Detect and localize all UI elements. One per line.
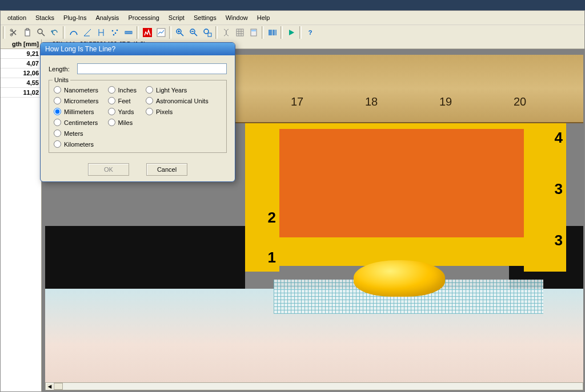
scroll-track[interactable] — [54, 383, 583, 390]
play-icon[interactable] — [285, 26, 298, 39]
help-icon[interactable]: ? — [303, 26, 316, 39]
menu-item[interactable]: Settings — [189, 12, 221, 23]
radio-nanometers[interactable]: Nanometers — [54, 86, 99, 94]
radio-yards[interactable]: Yards — [108, 108, 137, 115]
svg-rect-3 — [26, 29, 29, 30]
histogram-red-icon[interactable] — [141, 26, 154, 39]
toolbar: ? — [1, 25, 584, 41]
svg-rect-15 — [208, 33, 211, 37]
toolbar-separator — [3, 26, 5, 39]
orange-panel — [274, 129, 536, 237]
menu-item[interactable]: otation — [3, 12, 31, 23]
ruler-number: 17 — [291, 95, 303, 108]
toolbar-separator — [281, 26, 283, 39]
radio-astronomical[interactable]: Astronomical Units — [146, 97, 209, 104]
radio-inches[interactable]: Inches — [108, 86, 137, 94]
undo-icon[interactable] — [48, 26, 61, 39]
radio-pixels[interactable]: Pixels — [146, 108, 209, 115]
radio-lightyears[interactable]: Light Years — [146, 86, 209, 94]
svg-rect-10 — [143, 28, 152, 37]
yolk-droplet — [354, 260, 445, 297]
menu-item[interactable]: Processing — [123, 12, 163, 23]
grid-icon[interactable] — [233, 26, 246, 39]
ruler-number: 19 — [439, 95, 452, 108]
cancel-button[interactable]: Cancel — [146, 163, 187, 176]
scroll-thumb[interactable] — [54, 383, 63, 390]
toolbar-separator — [299, 26, 302, 39]
ruler-vertical-left: 2 1 — [245, 123, 279, 272]
menubar: otation Stacks Plug-Ins Analysis Process… — [1, 11, 584, 25]
length-label: Length: — [49, 66, 74, 72]
measurement-value: 12,06 — [1, 68, 41, 78]
svg-rect-18 — [251, 30, 256, 31]
freehand-icon[interactable] — [67, 26, 80, 39]
ruler-number: 3 — [555, 232, 563, 249]
toolbar-separator — [169, 26, 171, 39]
svg-rect-2 — [25, 30, 30, 36]
scatter-icon[interactable] — [108, 26, 121, 39]
plot-icon[interactable] — [154, 26, 167, 39]
dialog-title[interactable]: How Long Is The Line? — [41, 43, 235, 55]
scroll-left-button[interactable]: ◄ — [46, 383, 54, 390]
svg-point-6 — [114, 33, 116, 34]
dna-icon[interactable] — [219, 26, 233, 39]
ruler-number: 1 — [268, 249, 276, 266]
ruler-vertical-right: 4 3 3 — [524, 123, 566, 272]
barcode-icon[interactable] — [266, 26, 279, 39]
radio-millimeters[interactable]: Millimeters — [54, 108, 99, 115]
svg-text:?: ? — [308, 29, 312, 36]
menu-item[interactable]: Window — [221, 12, 253, 23]
measurement-value: 4,55 — [1, 78, 41, 88]
ruler-number: 4 — [555, 129, 563, 147]
calculator-icon[interactable] — [247, 26, 260, 39]
radio-miles[interactable]: Miles — [108, 119, 137, 126]
scissors-icon[interactable] — [7, 26, 20, 39]
zoom-in-icon[interactable] — [173, 26, 186, 39]
ruler-number: 2 — [268, 209, 276, 227]
toolbar-separator — [262, 26, 264, 39]
zoom-out-icon[interactable] — [187, 26, 200, 39]
radio-meters[interactable]: Meters — [54, 130, 99, 137]
measurement-value: 4,07 — [1, 59, 41, 68]
menu-item[interactable]: Analysis — [91, 12, 123, 23]
menu-item[interactable]: Help — [253, 12, 275, 23]
toolbar-separator — [215, 26, 218, 39]
angle-icon[interactable] — [81, 26, 94, 39]
svg-rect-16 — [237, 29, 243, 36]
magnifier-icon[interactable] — [34, 26, 47, 39]
measure-icon[interactable] — [122, 26, 135, 39]
horizontal-scrollbar[interactable]: ◄ — [45, 382, 583, 390]
ok-button[interactable]: OK — [88, 163, 129, 176]
menu-item[interactable]: Stacks — [31, 12, 59, 23]
measurement-value: 11,02 — [1, 88, 41, 98]
menu-item[interactable]: Script — [164, 12, 189, 23]
menu-item[interactable]: Plug-Ins — [59, 12, 91, 23]
column-header[interactable]: gth [mm] — [1, 39, 41, 49]
radio-feet[interactable]: Feet — [108, 97, 137, 104]
radio-centimeters[interactable]: Centimeters — [54, 119, 99, 126]
length-dialog: How Long Is The Line? Length: Units Nano… — [40, 42, 235, 182]
ruler-number: 3 — [555, 180, 563, 198]
radio-kilometers[interactable]: Kilometers — [54, 140, 99, 148]
measurements-panel: gth [mm] 9,21 4,07 12,06 4,55 11,02 — [1, 39, 42, 391]
length-input[interactable] — [77, 63, 227, 74]
units-fieldset: Units Nanometers Micrometers Millimeters… — [49, 80, 227, 153]
toolbar-separator — [63, 26, 65, 39]
units-legend: Units — [53, 76, 70, 83]
svg-point-4 — [38, 29, 42, 34]
measurement-value: 9,21 — [1, 49, 41, 59]
dark-block-left — [45, 226, 245, 289]
ruler-number: 20 — [514, 95, 526, 108]
clipboard-icon[interactable] — [21, 26, 34, 39]
svg-point-5 — [111, 30, 113, 32]
caliper-icon[interactable] — [94, 26, 107, 39]
svg-point-7 — [116, 30, 118, 31]
toolbar-separator — [137, 26, 139, 39]
svg-point-8 — [113, 34, 114, 36]
zoom-region-icon[interactable] — [201, 26, 214, 39]
radio-micrometers[interactable]: Micrometers — [54, 97, 99, 104]
ruler-number: 18 — [365, 95, 378, 108]
